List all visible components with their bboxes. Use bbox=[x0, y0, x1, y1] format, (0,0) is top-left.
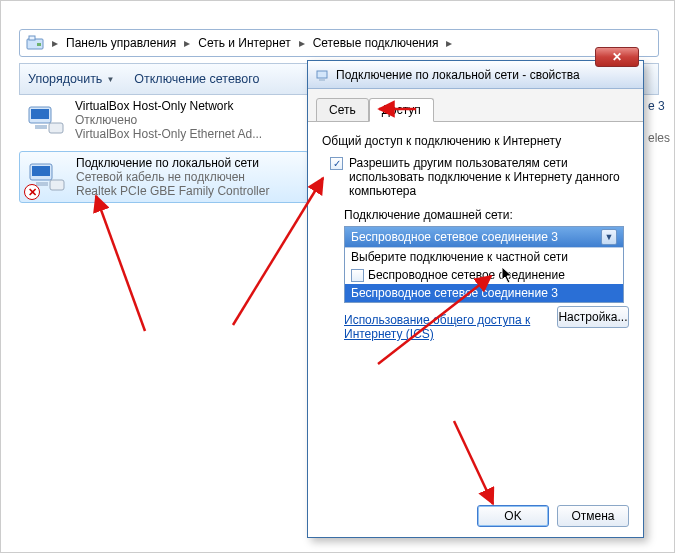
connection-status: Сетевой кабель не подключен bbox=[76, 170, 269, 184]
connection-device: Realtek PCIe GBE Family Controller bbox=[76, 184, 269, 198]
breadcrumb-item[interactable]: Сетевые подключения bbox=[313, 36, 439, 50]
list-item[interactable]: ✕ Подключение по локальной сети Сетевой … bbox=[19, 151, 309, 203]
svg-rect-1 bbox=[29, 36, 35, 40]
svg-rect-11 bbox=[317, 71, 327, 78]
svg-line-13 bbox=[96, 196, 145, 331]
connection-name: VirtualBox Host-Only Network bbox=[75, 99, 262, 113]
list-item-text: Подключение по локальной сети Сетевой ка… bbox=[76, 156, 269, 198]
ok-button[interactable]: OK bbox=[477, 505, 549, 527]
settings-button[interactable]: Настройка... bbox=[557, 306, 629, 328]
svg-rect-10 bbox=[50, 180, 64, 190]
ics-help-link[interactable]: Использование общего доступа к Интернету… bbox=[344, 313, 534, 341]
breadcrumb-item[interactable]: Панель управления bbox=[66, 36, 176, 50]
breadcrumb-item[interactable]: Сеть и Интернет bbox=[198, 36, 290, 50]
allow-sharing-checkbox[interactable]: ✓ bbox=[330, 157, 343, 170]
close-icon: ✕ bbox=[612, 50, 622, 64]
chevron-right-icon: ▸ bbox=[182, 36, 192, 50]
svg-rect-5 bbox=[35, 125, 47, 129]
svg-rect-6 bbox=[49, 123, 63, 133]
address-bar[interactable]: ▸ Панель управления ▸ Сеть и Интернет ▸ … bbox=[19, 29, 659, 57]
chevron-down-icon: ▼ bbox=[106, 75, 114, 84]
combo-dropdown-list: Выберите подключение к частной сети Бесп… bbox=[345, 247, 623, 302]
dialog-body: Общий доступ к подключению к Интернету ✓… bbox=[308, 122, 643, 496]
check-icon: ✓ bbox=[333, 159, 341, 169]
network-icon bbox=[314, 66, 332, 84]
network-connections-list: VirtualBox Host-Only Network Отключено V… bbox=[19, 95, 309, 209]
dialog-title: Подключение по локальной сети - свойства bbox=[336, 68, 580, 82]
dialog-titlebar[interactable]: Подключение по локальной сети - свойства… bbox=[308, 61, 643, 89]
svg-rect-2 bbox=[37, 43, 41, 46]
connection-device: VirtualBox Host-Only Ethernet Ad... bbox=[75, 127, 262, 141]
close-button[interactable]: ✕ bbox=[595, 47, 639, 67]
combo-selected-value: Беспроводное сетевое соединение 3 bbox=[351, 230, 558, 244]
connection-status: Отключено bbox=[75, 113, 262, 127]
network-adapter-icon bbox=[25, 99, 67, 141]
chevron-right-icon: ▸ bbox=[50, 36, 60, 50]
tab-strip: Сеть Доступ bbox=[308, 89, 643, 122]
combo-label: Подключение домашней сети: bbox=[344, 208, 629, 222]
combo-option-label: Беспроводное сетевое соединение bbox=[368, 268, 565, 282]
list-item-text: VirtualBox Host-Only Network Отключено V… bbox=[75, 99, 262, 141]
dialog-button-row: OK Отмена bbox=[477, 505, 629, 527]
svg-rect-4 bbox=[31, 109, 49, 119]
disable-device-label: Отключение сетевого bbox=[134, 72, 259, 86]
connection-name: Подключение по локальной сети bbox=[76, 156, 269, 170]
chevron-down-icon[interactable]: ▼ bbox=[601, 229, 617, 245]
svg-rect-12 bbox=[319, 79, 325, 81]
tab-access[interactable]: Доступ bbox=[369, 98, 434, 122]
tab-network[interactable]: Сеть bbox=[316, 98, 369, 122]
combo-option[interactable]: Беспроводное сетевое соединение 3 bbox=[345, 284, 623, 302]
combo-option[interactable]: Выберите подключение к частной сети bbox=[345, 248, 623, 266]
disable-device-button[interactable]: Отключение сетевого bbox=[134, 72, 259, 86]
option-checkbox[interactable] bbox=[351, 269, 364, 282]
group-title: Общий доступ к подключению к Интернету bbox=[322, 134, 629, 148]
list-item[interactable]: VirtualBox Host-Only Network Отключено V… bbox=[19, 95, 309, 145]
svg-rect-9 bbox=[36, 182, 48, 186]
allow-sharing-label: Разрешить другим пользователям сети испо… bbox=[349, 156, 629, 198]
organize-menu[interactable]: Упорядочить ▼ bbox=[28, 72, 114, 86]
home-network-combobox[interactable]: Беспроводное сетевое соединение 3 ▼ Выбе… bbox=[344, 226, 624, 303]
combo-option[interactable]: Беспроводное сетевое соединение bbox=[345, 266, 623, 284]
svg-rect-8 bbox=[32, 166, 50, 176]
chevron-right-icon: ▸ bbox=[297, 36, 307, 50]
properties-dialog: Подключение по локальной сети - свойства… bbox=[307, 60, 644, 538]
network-folder-icon bbox=[26, 34, 44, 52]
partially-visible-text: е 3 eles bbox=[648, 99, 670, 145]
cancel-button[interactable]: Отмена bbox=[557, 505, 629, 527]
error-badge-icon: ✕ bbox=[24, 184, 40, 200]
organize-label: Упорядочить bbox=[28, 72, 102, 86]
network-adapter-icon: ✕ bbox=[26, 156, 68, 198]
chevron-right-icon: ▸ bbox=[444, 36, 454, 50]
